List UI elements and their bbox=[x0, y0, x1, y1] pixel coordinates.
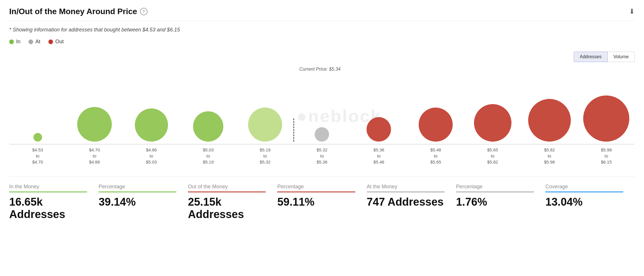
bubble-col-0[interactable] bbox=[9, 133, 66, 142]
page-title: In/Out of the Money Around Price bbox=[9, 7, 137, 16]
help-icon[interactable]: ? bbox=[140, 8, 148, 15]
stat-group-3: Percentage59.11% bbox=[277, 184, 367, 221]
stat-underline-2 bbox=[188, 191, 266, 192]
x-label-1: $4.70to$4.86 bbox=[66, 144, 123, 165]
stat-title-2: Out of the Money bbox=[188, 184, 266, 190]
legend-item-at: At bbox=[29, 39, 40, 45]
stat-value-5: 1.76% bbox=[456, 196, 534, 208]
bubble-col-8[interactable] bbox=[464, 104, 521, 142]
stat-underline-1 bbox=[99, 191, 176, 192]
x-label-3: $5.03to$5.19 bbox=[180, 144, 237, 165]
stat-title-0: In the Money bbox=[9, 184, 87, 190]
bubble-col-3[interactable] bbox=[180, 111, 237, 142]
bubble-10[interactable] bbox=[583, 95, 629, 142]
x-label-10: $5.98to$6.15 bbox=[578, 144, 635, 165]
bubble-7[interactable] bbox=[419, 108, 453, 142]
toggle-volume-button[interactable]: Volume bbox=[608, 52, 635, 62]
x-label-7: $5.48to$5.65 bbox=[407, 144, 464, 165]
bubble-5[interactable] bbox=[315, 127, 329, 142]
bubble-col-1[interactable] bbox=[66, 107, 123, 142]
stat-title-4: At the Money bbox=[367, 184, 445, 190]
chart-area: ●neblock Current Price: $5.34 $4.53to$4.… bbox=[9, 67, 635, 165]
current-price-dashed-line bbox=[293, 119, 294, 142]
bubble-8[interactable] bbox=[474, 104, 511, 142]
x-axis-labels: $4.53to$4.70$4.70to$4.86$4.86to$5.03$5.0… bbox=[9, 144, 635, 165]
stat-underline-5 bbox=[456, 191, 534, 192]
stat-group-5: Percentage1.76% bbox=[456, 184, 545, 221]
tooltip: Min Price: $5.19 Max Price: $5.32 Averag… bbox=[141, 49, 209, 97]
stat-title-1: Percentage bbox=[99, 184, 176, 190]
download-icon[interactable]: ⬇ bbox=[629, 7, 635, 16]
x-label-9: $5.82to$5.98 bbox=[521, 144, 578, 165]
stat-underline-4 bbox=[367, 191, 445, 192]
tooltip-min-price: Min Price: $5.19 bbox=[147, 54, 204, 61]
legend-label-at: At bbox=[35, 39, 40, 45]
x-label-8: $5.65to$5.82 bbox=[464, 144, 521, 165]
legend-label-in: In bbox=[16, 39, 20, 45]
stat-title-3: Percentage bbox=[277, 184, 355, 190]
stat-title-6: Coverage bbox=[545, 184, 623, 190]
tooltip-max-price: Max Price: $5.32 bbox=[147, 61, 204, 69]
bubble-1[interactable] bbox=[77, 107, 112, 142]
stat-group-0: In the Money16.65k Addresses bbox=[9, 184, 99, 221]
stat-group-6: Coverage13.04% bbox=[545, 184, 635, 221]
current-price-label: Current Price: $5.34 bbox=[299, 67, 341, 72]
x-label-0: $4.53to$4.70 bbox=[9, 144, 66, 165]
stat-value-2: 25.15k Addresses bbox=[188, 196, 266, 221]
bubble-2[interactable] bbox=[135, 108, 168, 142]
stat-group-4: At the Money747 Addresses bbox=[367, 184, 456, 221]
legend-dot-out bbox=[48, 40, 53, 44]
bubble-col-7[interactable] bbox=[407, 108, 464, 142]
bubble-col-10[interactable] bbox=[578, 95, 635, 142]
x-label-4: $5.19to$5.32 bbox=[237, 144, 293, 165]
stat-group-2: Out of the Money25.15k Addresses bbox=[188, 184, 277, 221]
subtitle-text: * Showing information for addresses that… bbox=[9, 27, 635, 33]
bubble-0[interactable] bbox=[33, 133, 42, 142]
legend-label-out: Out bbox=[55, 39, 64, 45]
bubble-9[interactable] bbox=[528, 99, 571, 142]
stat-value-0: 16.65k Addresses bbox=[9, 196, 87, 221]
bubble-col-6[interactable] bbox=[350, 117, 407, 142]
x-label-5: $5.32to$5.36 bbox=[294, 144, 350, 165]
stat-value-4: 747 Addresses bbox=[367, 196, 445, 208]
legend: In At Out bbox=[9, 39, 635, 45]
stat-value-1: 39.14% bbox=[99, 196, 176, 208]
legend-item-out: Out bbox=[48, 39, 64, 45]
stat-underline-3 bbox=[277, 191, 355, 192]
toggle-area: Addresses Volume bbox=[9, 52, 635, 62]
x-label-2: $4.86to$5.03 bbox=[123, 144, 180, 165]
bubbles-row bbox=[9, 84, 635, 142]
legend-dot-at bbox=[29, 40, 33, 44]
tooltip-addresses: Addresses: 4.48k Addresses bbox=[147, 85, 204, 93]
stat-group-1: Percentage39.14% bbox=[99, 184, 188, 221]
toggle-addresses-button[interactable]: Addresses bbox=[574, 52, 608, 62]
stat-underline-6 bbox=[545, 191, 623, 192]
stat-underline-0 bbox=[9, 191, 87, 192]
bubble-col-5[interactable] bbox=[294, 127, 350, 142]
stat-title-5: Percentage bbox=[456, 184, 534, 190]
legend-item-in: In bbox=[9, 39, 20, 45]
bubble-col-9[interactable] bbox=[521, 99, 578, 142]
bubble-col-2[interactable] bbox=[123, 108, 180, 142]
tooltip-avg-price: Average Price: $5.25 bbox=[147, 69, 204, 77]
bubble-6[interactable] bbox=[367, 117, 391, 142]
stat-value-6: 13.04% bbox=[545, 196, 623, 208]
stat-value-3: 59.11% bbox=[277, 196, 355, 208]
bubble-col-4[interactable] bbox=[237, 108, 293, 142]
tooltip-total-volume: Total Volume: 9.69m UNI bbox=[147, 77, 204, 85]
bubble-3[interactable] bbox=[193, 111, 223, 142]
bubble-4[interactable] bbox=[248, 108, 282, 142]
stats-row: In the Money16.65k AddressesPercentage39… bbox=[9, 177, 635, 221]
x-label-6: $5.36to$5.48 bbox=[350, 144, 407, 165]
legend-dot-in bbox=[9, 40, 14, 44]
